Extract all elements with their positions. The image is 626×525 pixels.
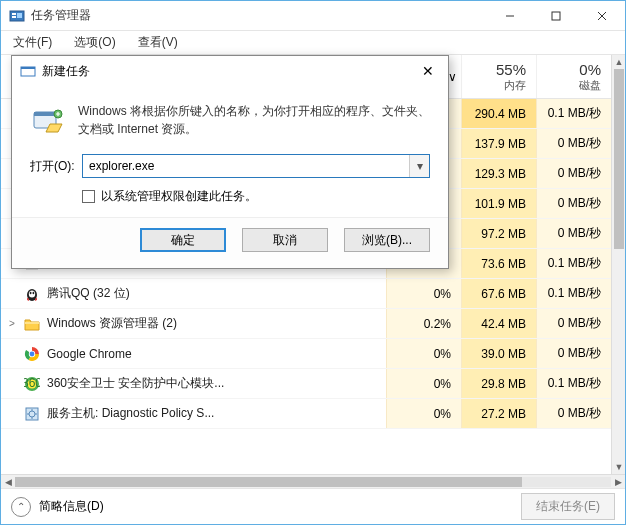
column-disk[interactable]: 0% 磁盘	[536, 55, 611, 98]
table-row[interactable]: 服务主机: Diagnostic Policy S...0%27.2 MB0 M…	[1, 399, 611, 429]
memory-percent: 55%	[496, 61, 526, 78]
admin-checkbox[interactable]	[82, 190, 95, 203]
cpu-cell: 0%	[386, 399, 461, 428]
cpu-cell: 0%	[386, 369, 461, 398]
menu-options[interactable]: 选项(O)	[68, 32, 121, 53]
process-icon	[23, 405, 41, 423]
dialog-close-button[interactable]: ✕	[408, 56, 448, 86]
process-icon	[23, 315, 41, 333]
taskmgr-icon	[9, 8, 25, 24]
ok-button[interactable]: 确定	[140, 228, 226, 252]
admin-check-label[interactable]: 以系统管理权限创建此任务。	[101, 188, 257, 205]
dialog-message: Windows 将根据你所键入的名称，为你打开相应的程序、文件夹、文档或 Int…	[78, 102, 430, 138]
svg-point-21	[30, 351, 35, 356]
process-name: Windows 资源管理器 (2)	[47, 315, 386, 332]
open-combobox[interactable]: ▾	[82, 154, 430, 178]
table-row[interactable]: 腾讯QQ (32 位)0%67.6 MB0.1 MB/秒	[1, 279, 611, 309]
fewer-details-label[interactable]: 简略信息(D)	[39, 498, 104, 515]
cpu-cell: 0%	[386, 339, 461, 368]
svg-rect-18	[25, 322, 39, 324]
svg-rect-30	[34, 112, 56, 116]
memory-cell: 27.2 MB	[461, 399, 536, 428]
memory-cell: 39.0 MB	[461, 339, 536, 368]
vertical-scrollbar[interactable]: ▲ ▼	[611, 55, 625, 474]
svg-point-15	[29, 290, 35, 297]
disk-cell: 0 MB/秒	[536, 189, 611, 218]
dialog-buttons: 确定 取消 浏览(B)...	[12, 217, 448, 268]
disk-cell: 0.1 MB/秒	[536, 369, 611, 398]
disk-cell: 0.1 MB/秒	[536, 249, 611, 278]
dropdown-icon[interactable]: ▾	[409, 155, 429, 177]
admin-check-row: 以系统管理权限创建此任务。	[12, 184, 448, 217]
fewer-details-icon[interactable]: ⌃	[11, 497, 31, 517]
process-icon	[23, 285, 41, 303]
svg-rect-5	[552, 12, 560, 20]
dialog-titlebar: 新建任务 ✕	[12, 56, 448, 86]
hscroll-thumb[interactable]	[15, 477, 522, 487]
memory-cell: 29.8 MB	[461, 369, 536, 398]
disk-cell: 0.1 MB/秒	[536, 279, 611, 308]
memory-label: 内存	[504, 78, 526, 93]
disk-cell: 0 MB/秒	[536, 339, 611, 368]
svg-rect-1	[12, 13, 16, 15]
svg-point-16	[30, 291, 32, 293]
svg-text:360: 360	[24, 376, 40, 390]
scroll-down-icon[interactable]: ▼	[612, 460, 625, 474]
process-name: 360安全卫士 安全防护中心模块...	[47, 375, 386, 392]
disk-percent: 0%	[579, 61, 601, 78]
dialog-icon	[20, 63, 36, 79]
svg-rect-28	[21, 67, 35, 69]
close-button[interactable]	[579, 1, 625, 31]
end-task-button[interactable]: 结束任务(E)	[521, 493, 615, 520]
disk-cell: 0 MB/秒	[536, 219, 611, 248]
dialog-title: 新建任务	[42, 63, 408, 80]
table-row[interactable]: >Windows 资源管理器 (2)0.2%42.4 MB0 MB/秒	[1, 309, 611, 339]
disk-label: 磁盘	[579, 78, 601, 93]
dialog-body: Windows 将根据你所键入的名称，为你打开相应的程序、文件夹、文档或 Int…	[12, 86, 448, 148]
menu-file[interactable]: 文件(F)	[7, 32, 58, 53]
memory-cell: 290.4 MB	[461, 99, 536, 128]
window-title: 任务管理器	[31, 7, 487, 24]
menubar: 文件(F) 选项(O) 查看(V)	[1, 31, 625, 55]
table-row[interactable]: Google Chrome0%39.0 MB0 MB/秒	[1, 339, 611, 369]
cancel-button[interactable]: 取消	[242, 228, 328, 252]
menu-view[interactable]: 查看(V)	[132, 32, 184, 53]
memory-cell: 97.2 MB	[461, 219, 536, 248]
disk-cell: 0 MB/秒	[536, 129, 611, 158]
svg-rect-2	[12, 16, 16, 18]
scroll-right-icon[interactable]: ▶	[611, 477, 625, 487]
open-label: 打开(O):	[30, 158, 82, 175]
window-controls	[487, 1, 625, 31]
memory-cell: 129.3 MB	[461, 159, 536, 188]
minimize-button[interactable]	[487, 1, 533, 31]
open-row: 打开(O): ▾	[12, 148, 448, 184]
disk-cell: 0.1 MB/秒	[536, 99, 611, 128]
memory-cell: 73.6 MB	[461, 249, 536, 278]
run-icon	[30, 102, 66, 138]
process-name: Google Chrome	[47, 347, 386, 361]
memory-cell: 67.6 MB	[461, 279, 536, 308]
memory-cell: 137.9 MB	[461, 129, 536, 158]
memory-cell: 42.4 MB	[461, 309, 536, 338]
process-name: 服务主机: Diagnostic Policy S...	[47, 405, 386, 422]
memory-cell: 101.9 MB	[461, 189, 536, 218]
expand-icon[interactable]: >	[1, 318, 23, 329]
footer: ⌃ 简略信息(D) 结束任务(E)	[1, 488, 625, 524]
scroll-thumb[interactable]	[614, 69, 624, 249]
horizontal-scrollbar[interactable]: ◀ ▶	[1, 474, 625, 488]
svg-point-17	[33, 291, 35, 293]
cpu-cell: 0%	[386, 279, 461, 308]
column-memory[interactable]: 55% 内存	[461, 55, 536, 98]
new-task-dialog: 新建任务 ✕ Windows 将根据你所键入的名称，为你打开相应的程序、文件夹、…	[11, 55, 449, 269]
open-input[interactable]	[82, 154, 430, 178]
maximize-button[interactable]	[533, 1, 579, 31]
process-icon: 360	[23, 375, 41, 393]
browse-button[interactable]: 浏览(B)...	[344, 228, 430, 252]
table-row[interactable]: 360360安全卫士 安全防护中心模块...0%29.8 MB0.1 MB/秒	[1, 369, 611, 399]
cpu-cell: 0.2%	[386, 309, 461, 338]
scroll-left-icon[interactable]: ◀	[1, 477, 15, 487]
svg-rect-3	[17, 13, 22, 18]
disk-cell: 0 MB/秒	[536, 159, 611, 188]
process-name: 腾讯QQ (32 位)	[47, 285, 386, 302]
scroll-up-icon[interactable]: ▲	[612, 55, 625, 69]
